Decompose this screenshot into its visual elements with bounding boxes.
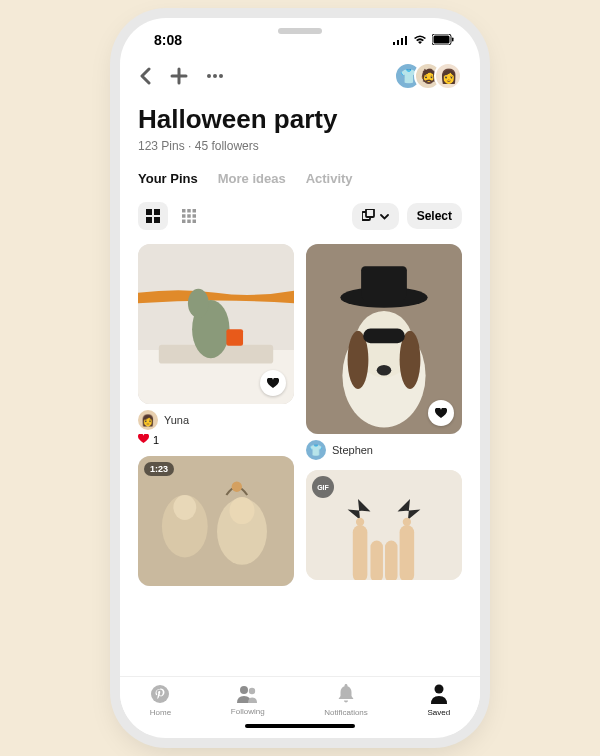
svg-rect-2	[401, 38, 403, 45]
svg-rect-20	[182, 220, 186, 224]
pin-meta: 👩 Yuna	[138, 404, 294, 430]
svg-point-51	[356, 518, 364, 526]
svg-rect-50	[385, 541, 397, 580]
bell-icon	[337, 684, 355, 706]
svg-rect-11	[154, 209, 160, 215]
pins-grid: 👩 Yuna 1 1:23	[138, 244, 462, 586]
collaborator-avatar[interactable]: 👩	[434, 62, 462, 90]
pin-author-name: Stephen	[332, 444, 373, 456]
svg-rect-30	[226, 329, 243, 346]
svg-point-54	[240, 686, 248, 694]
status-time: 8:08	[154, 32, 182, 48]
svg-rect-43	[361, 266, 407, 299]
nav-label: Notifications	[324, 708, 368, 717]
svg-point-34	[173, 495, 196, 520]
view-large-grid-button[interactable]	[138, 202, 168, 230]
phone-notch	[225, 18, 375, 44]
phone-frame: 8:08 👕 🧔 👩 Halloween party 123 Pins · 45…	[120, 18, 480, 738]
heart-button[interactable]	[428, 400, 454, 426]
svg-point-29	[188, 289, 209, 318]
pin-likes[interactable]: 1	[138, 430, 294, 446]
pin-image	[306, 244, 462, 434]
board-subtitle: 123 Pins · 45 followers	[138, 139, 462, 171]
pin-meta: 👕 Stephen	[306, 434, 462, 460]
svg-point-9	[219, 74, 223, 78]
select-button[interactable]: Select	[407, 203, 462, 229]
collaborator-avatars[interactable]: 👕 🧔 👩	[394, 62, 462, 90]
board-tabs: Your Pins More ideas Activity	[138, 171, 462, 202]
signal-icon	[393, 32, 408, 48]
tab-more-ideas[interactable]: More ideas	[218, 171, 286, 186]
home-indicator[interactable]	[245, 724, 355, 728]
svg-rect-49	[370, 541, 382, 580]
like-count: 1	[153, 434, 159, 446]
more-button[interactable]	[206, 73, 224, 79]
nav-label: Home	[150, 708, 171, 717]
svg-rect-6	[452, 38, 454, 42]
tab-your-pins[interactable]: Your Pins	[138, 171, 198, 186]
view-small-grid-button[interactable]	[174, 202, 204, 230]
svg-rect-48	[400, 525, 415, 580]
organize-icon	[362, 209, 376, 224]
svg-rect-44	[363, 329, 405, 344]
battery-icon	[432, 32, 454, 48]
svg-point-45	[377, 365, 392, 375]
heart-button[interactable]	[260, 370, 286, 396]
pin-image	[138, 244, 294, 404]
svg-point-53	[151, 685, 169, 703]
nav-notifications[interactable]: Notifications	[324, 684, 368, 717]
svg-rect-14	[182, 209, 186, 213]
heart-icon	[138, 434, 149, 446]
svg-rect-5	[434, 36, 450, 44]
svg-rect-24	[366, 209, 374, 217]
svg-point-36	[232, 481, 242, 491]
nav-label: Saved	[427, 708, 450, 717]
svg-rect-15	[187, 209, 191, 213]
tab-activity[interactable]: Activity	[306, 171, 353, 186]
svg-rect-0	[393, 42, 395, 45]
svg-point-56	[434, 685, 443, 694]
video-duration-badge: 1:23	[144, 462, 174, 476]
svg-rect-12	[146, 217, 152, 223]
add-button[interactable]	[170, 67, 188, 85]
svg-rect-17	[182, 214, 186, 218]
pin-author-avatar[interactable]: 👕	[306, 440, 326, 460]
chevron-down-icon	[380, 209, 389, 223]
svg-rect-13	[154, 217, 160, 223]
nav-following[interactable]: Following	[231, 685, 265, 716]
right-controls: Select	[352, 203, 462, 230]
svg-point-55	[248, 688, 254, 694]
svg-rect-19	[193, 214, 197, 218]
svg-rect-21	[187, 220, 191, 224]
svg-point-35	[230, 497, 255, 524]
back-button[interactable]	[138, 67, 152, 85]
pin-author-avatar[interactable]: 👩	[138, 410, 158, 430]
pin-card[interactable]: GIF	[306, 470, 462, 580]
select-label: Select	[417, 209, 452, 223]
screen: 👕 🧔 👩 Halloween party 123 Pins · 45 foll…	[120, 52, 480, 734]
top-bar: 👕 🧔 👩	[138, 52, 462, 104]
svg-rect-47	[353, 525, 368, 580]
view-toggles	[138, 202, 204, 230]
nav-home[interactable]: Home	[150, 684, 171, 717]
pin-card[interactable]: 👕 Stephen	[306, 244, 462, 460]
svg-rect-1	[397, 40, 399, 45]
top-left-actions	[138, 67, 224, 85]
status-indicators	[393, 32, 454, 48]
gif-badge: GIF	[312, 476, 334, 498]
svg-rect-18	[187, 214, 191, 218]
svg-rect-22	[193, 220, 197, 224]
nav-saved[interactable]: Saved	[427, 684, 450, 717]
pin-author-name: Yuna	[164, 414, 189, 426]
svg-point-7	[207, 74, 211, 78]
svg-point-52	[403, 518, 411, 526]
svg-point-8	[213, 74, 217, 78]
pin-image: 1:23	[138, 456, 294, 586]
people-icon	[237, 685, 259, 705]
pin-card[interactable]: 1:23	[138, 456, 294, 586]
svg-rect-3	[405, 36, 407, 45]
nav-label: Following	[231, 707, 265, 716]
pin-card[interactable]: 👩 Yuna 1	[138, 244, 294, 446]
organize-button[interactable]	[352, 203, 399, 230]
board-title: Halloween party	[138, 104, 462, 139]
